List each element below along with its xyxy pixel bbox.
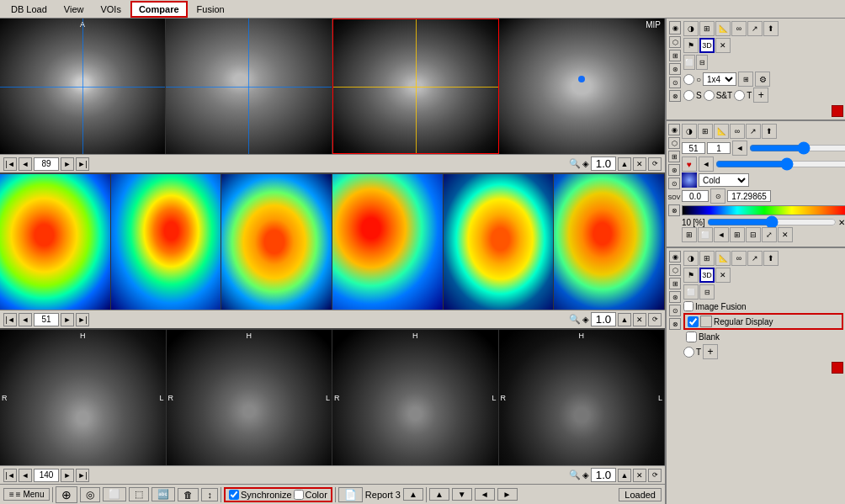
- pet-slice-3[interactable]: [221, 174, 332, 310]
- icon-heart[interactable]: ♥: [682, 157, 697, 172]
- icon-auto[interactable]: ⊙: [710, 188, 725, 204]
- icon-btn-1[interactable]: ⊕: [56, 486, 77, 503]
- icon-loop[interactable]: ∞: [731, 21, 747, 36]
- vt-next-3[interactable]: ►: [61, 469, 74, 482]
- nav-left[interactable]: ◄: [475, 488, 495, 501]
- slider-2a[interactable]: [749, 143, 845, 153]
- sync-checkbox[interactable]: [229, 490, 239, 500]
- icon-plus-3[interactable]: +: [703, 344, 718, 359]
- icon-btn-7[interactable]: ↕: [201, 488, 218, 501]
- vt-frame-1[interactable]: [34, 157, 59, 171]
- vt-scroll-1[interactable]: ⟳: [648, 157, 662, 171]
- icon-prev-2[interactable]: ◄: [732, 141, 747, 156]
- icon-export[interactable]: ⬆: [763, 21, 779, 36]
- icon-prev-2b[interactable]: ◄: [699, 157, 714, 172]
- side-indicator-3e[interactable]: ⊙: [669, 305, 681, 316]
- zoom-up-2[interactable]: ▲: [618, 313, 631, 326]
- side-indicator-2b[interactable]: ⬡: [668, 137, 680, 149]
- vt-next-last-2[interactable]: ►|: [76, 313, 89, 326]
- ct-slice-1[interactable]: H R L: [0, 330, 167, 465]
- side-indicator-2c[interactable]: ⊞: [668, 151, 680, 162]
- slider-2b[interactable]: [715, 159, 845, 169]
- icon-grid-2[interactable]: ⊞: [698, 124, 713, 139]
- vt-prev-2[interactable]: ◄: [19, 313, 32, 326]
- colormap-select[interactable]: Cold Hot Gray: [699, 173, 749, 187]
- icon-btn-3[interactable]: ⬜: [103, 487, 126, 501]
- icon-flag[interactable]: ⚑: [683, 38, 699, 53]
- zoom-val-2[interactable]: [591, 312, 616, 326]
- side-indicator-1e[interactable]: ⊙: [669, 77, 681, 88]
- side-indicator-3a[interactable]: ◉: [669, 251, 681, 263]
- icon-cursor-2[interactable]: ↗: [746, 124, 761, 139]
- ct-slice-3[interactable]: H R L: [332, 330, 499, 465]
- radio-s[interactable]: [683, 90, 694, 101]
- report-up[interactable]: ▲: [403, 488, 423, 501]
- zoom-val-3[interactable]: [591, 468, 616, 482]
- icon-contrast-2[interactable]: ◑: [682, 124, 697, 139]
- icon-btn-4[interactable]: ⬚: [129, 487, 149, 501]
- icon-btn-5[interactable]: 🔤: [151, 487, 175, 501]
- vt-prev-first-2[interactable]: |◄: [3, 313, 17, 326]
- min-input[interactable]: [682, 190, 709, 202]
- menu-db-load[interactable]: DB Load: [3, 2, 55, 17]
- side-indicator-2a[interactable]: ◉: [668, 124, 680, 135]
- icon-view-3b[interactable]: ⊟: [699, 284, 715, 300]
- icon-loop-3[interactable]: ∞: [731, 251, 747, 266]
- side-indicator-3f[interactable]: ⊗: [669, 318, 681, 330]
- viewer-coronal[interactable]: [332, 19, 499, 154]
- side-indicator-1a[interactable]: ◉: [669, 21, 681, 34]
- icon-btn-6[interactable]: 🗑: [178, 488, 199, 501]
- icon-grid-3[interactable]: ⊞: [682, 227, 697, 242]
- zoom-val-1[interactable]: [591, 157, 616, 171]
- vt-frame-2[interactable]: [34, 313, 59, 326]
- ct-slice-4[interactable]: H R L: [499, 330, 666, 465]
- menu-compare[interactable]: Compare: [130, 1, 188, 18]
- zoom-up-3[interactable]: ▲: [618, 469, 631, 482]
- vt-next-last-1[interactable]: ►|: [76, 157, 89, 171]
- icon-grid-3a[interactable]: ⊞: [699, 251, 715, 266]
- vt-frame-3[interactable]: [34, 469, 59, 482]
- viewer-axial[interactable]: A: [0, 19, 166, 154]
- zoom-close-3[interactable]: ✕: [633, 469, 646, 482]
- side-indicator-2d[interactable]: ⊛: [668, 164, 680, 176]
- icon-grid[interactable]: ⊞: [699, 21, 715, 36]
- side-indicator-3c[interactable]: ⊞: [669, 278, 681, 289]
- icon-export-2[interactable]: ⬆: [762, 124, 777, 139]
- side-indicator-1f[interactable]: ⊗: [669, 90, 681, 102]
- nav-right[interactable]: ►: [497, 488, 518, 501]
- vt-next-2[interactable]: ►: [61, 313, 74, 326]
- zoom-close-2[interactable]: ✕: [633, 313, 646, 326]
- icon-plus-1[interactable]: +: [753, 88, 768, 103]
- pet-slice-2[interactable]: [111, 174, 222, 310]
- radio-t-3[interactable]: [683, 347, 694, 358]
- side-indicator-3b[interactable]: ⬡: [669, 264, 681, 276]
- range-slider[interactable]: [707, 217, 837, 227]
- icon-close-3[interactable]: ✕: [715, 268, 731, 283]
- max-input[interactable]: [727, 190, 771, 202]
- radio-sat[interactable]: [704, 90, 715, 101]
- icon-cursor-3[interactable]: ↗: [747, 251, 763, 266]
- icon-3d-3[interactable]: 3D: [699, 268, 715, 283]
- viewer-sagittal[interactable]: [166, 19, 332, 154]
- radio-t-1[interactable]: [734, 90, 745, 101]
- icon-expand[interactable]: ⤢: [762, 227, 777, 242]
- side-indicator-1d[interactable]: ⊛: [669, 63, 681, 75]
- icon-view-2b[interactable]: ⊟: [746, 227, 761, 242]
- val-input-2b[interactable]: [707, 142, 731, 154]
- nav-up[interactable]: ▲: [429, 488, 449, 501]
- ct-slice-2[interactable]: H R L: [167, 330, 333, 465]
- icon-measure-3[interactable]: 📐: [715, 251, 731, 266]
- vt-prev-3[interactable]: ◄: [19, 469, 32, 482]
- vt-prev-first-1[interactable]: |◄: [3, 157, 17, 171]
- menu-view[interactable]: View: [56, 2, 92, 17]
- icon-grid-4[interactable]: ⊞: [730, 227, 745, 242]
- viewer-mip[interactable]: MIP: [499, 19, 665, 154]
- radio-s-1[interactable]: [683, 74, 694, 85]
- icon-settings[interactable]: ⚙: [755, 72, 770, 87]
- icon-prev-ar[interactable]: ◄: [714, 227, 729, 242]
- side-indicator-2e[interactable]: ⊙: [668, 178, 680, 189]
- pet-slice-5[interactable]: [444, 174, 555, 310]
- icon-view-3a[interactable]: ⬜: [683, 284, 699, 300]
- icon-cursor[interactable]: ↗: [747, 21, 763, 36]
- menu-btn[interactable]: ≡ ≡ Menu: [3, 488, 50, 501]
